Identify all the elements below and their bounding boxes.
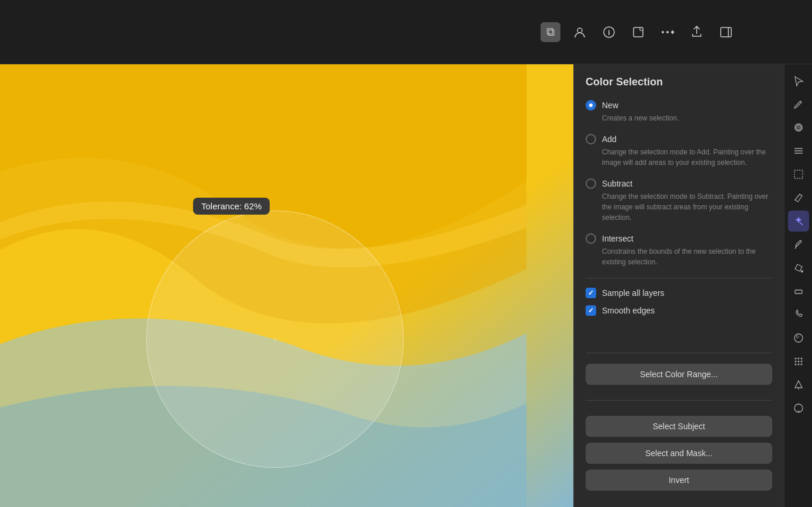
radio-circle-new[interactable] xyxy=(586,100,596,111)
pen-tool-icon[interactable] xyxy=(788,234,809,255)
radio-text-new: New xyxy=(602,101,618,110)
svg-point-11 xyxy=(796,125,801,130)
divider-buttons xyxy=(586,353,772,353)
svg-point-0 xyxy=(577,28,582,33)
main-area: Tolerance: 62% Color Selection New Creat… xyxy=(0,64,812,507)
radio-option-subtract[interactable]: Subtract Change the selection mode to Su… xyxy=(586,178,772,223)
select-subject-button[interactable]: Select Subject xyxy=(586,416,772,437)
circle-tool-icon[interactable] xyxy=(788,117,809,138)
invert-button[interactable]: Invert xyxy=(586,470,772,491)
svg-point-17 xyxy=(801,270,803,273)
checkbox-label-sample: Sample all layers xyxy=(602,288,665,298)
checkbox-smooth-edges[interactable] xyxy=(586,305,596,316)
radio-circle-intersect[interactable] xyxy=(586,233,596,244)
more-icon[interactable] xyxy=(658,22,677,42)
person-icon[interactable] xyxy=(570,22,590,42)
radio-label-subtract[interactable]: Subtract xyxy=(586,178,772,189)
svg-rect-7 xyxy=(721,27,731,37)
radio-text-intersect: Intersect xyxy=(602,234,634,243)
pencil-tool-icon[interactable] xyxy=(788,94,809,115)
select-and-mask-button[interactable]: Select and Mask... xyxy=(586,443,772,464)
checkbox-label-smooth: Smooth edges xyxy=(602,306,655,315)
phone-tool-icon[interactable] xyxy=(788,304,809,325)
canvas-area[interactable]: Tolerance: 62% xyxy=(0,64,573,507)
select-color-range-button[interactable]: Select Color Range... xyxy=(586,364,772,385)
selection-tool-icon[interactable] xyxy=(788,164,809,185)
eraser-tool-icon[interactable] xyxy=(788,187,809,208)
radio-description-intersect: Constrains the bounds of the new selecti… xyxy=(602,246,772,267)
svg-point-5 xyxy=(666,31,669,33)
selection-circle xyxy=(146,211,404,468)
svg-rect-15 xyxy=(794,170,803,178)
hatch-tool-icon[interactable] xyxy=(788,140,809,161)
svg-point-19 xyxy=(794,334,803,342)
resize-icon[interactable] xyxy=(628,22,648,42)
share-icon[interactable] xyxy=(687,22,707,42)
checkbox-row-smooth[interactable]: Smooth edges xyxy=(586,305,772,316)
radio-description-add: Change the selection mode to Add. Painti… xyxy=(602,147,772,168)
svg-point-22 xyxy=(797,358,799,360)
radio-option-new[interactable]: New Creates a new selection. xyxy=(586,100,772,123)
svg-point-23 xyxy=(800,358,802,360)
info-icon[interactable]: i xyxy=(599,22,619,42)
radio-text-subtract: Subtract xyxy=(602,179,632,188)
svg-point-29 xyxy=(800,364,802,365)
svg-point-20 xyxy=(796,336,799,338)
svg-point-27 xyxy=(794,364,796,365)
radio-option-add[interactable]: Add Change the selection mode to Add. Pa… xyxy=(586,134,772,168)
divider2 xyxy=(586,400,772,401)
radio-description-new: Creates a new selection. xyxy=(602,113,772,123)
nib-tool-icon[interactable] xyxy=(788,374,809,395)
top-bar: ⧉ i xyxy=(0,0,812,64)
radio-circle-add[interactable] xyxy=(586,134,596,144)
radio-circle-subtract[interactable] xyxy=(586,178,596,189)
bucket-tool-icon[interactable] xyxy=(788,257,809,278)
radio-label-add[interactable]: Add xyxy=(586,134,772,144)
selection-center xyxy=(271,336,278,343)
tolerance-tooltip: Tolerance: 62% xyxy=(193,198,270,215)
panel-content: Color Selection New Creates a new select… xyxy=(574,64,784,337)
svg-point-26 xyxy=(800,361,802,363)
radio-label-intersect[interactable]: Intersect xyxy=(586,233,772,244)
checkbox-sample-all-layers[interactable] xyxy=(586,288,596,298)
sidebar-icon[interactable] xyxy=(716,22,736,42)
tolerance-value: Tolerance: 62% xyxy=(201,201,262,211)
svg-point-4 xyxy=(662,31,664,33)
dots-tool-icon[interactable] xyxy=(788,351,809,372)
svg-text:i: i xyxy=(608,28,610,36)
right-panel: Color Selection New Creates a new select… xyxy=(573,64,784,507)
radio-description-subtract: Change the selection mode to Subtract. P… xyxy=(602,191,772,223)
paint-eraser-tool-icon[interactable] xyxy=(788,281,809,302)
arrow-tool-icon[interactable] xyxy=(788,70,809,91)
svg-point-28 xyxy=(797,364,799,365)
layers-icon[interactable]: ⧉ xyxy=(541,22,560,42)
svg-point-25 xyxy=(797,361,799,363)
radio-text-add: Add xyxy=(602,134,617,144)
svg-point-33 xyxy=(797,411,800,413)
svg-rect-3 xyxy=(634,27,643,37)
svg-point-21 xyxy=(794,358,796,360)
right-toolbar xyxy=(784,64,812,507)
circle2-tool-icon[interactable] xyxy=(788,398,809,419)
svg-line-16 xyxy=(800,222,803,225)
svg-rect-18 xyxy=(795,290,802,294)
buttons-section: Select Color Range... Select Subject Sel… xyxy=(574,337,784,507)
sphere-tool-icon[interactable] xyxy=(788,327,809,349)
panel-title: Color Selection xyxy=(586,76,772,88)
checkbox-row-sample[interactable]: Sample all layers xyxy=(586,288,772,298)
radio-option-intersect[interactable]: Intersect Constrains the bounds of the n… xyxy=(586,233,772,267)
radio-label-new[interactable]: New xyxy=(586,100,772,111)
divider xyxy=(586,278,772,278)
magic-wand-tool-icon[interactable] xyxy=(788,211,809,232)
svg-point-24 xyxy=(794,361,796,363)
